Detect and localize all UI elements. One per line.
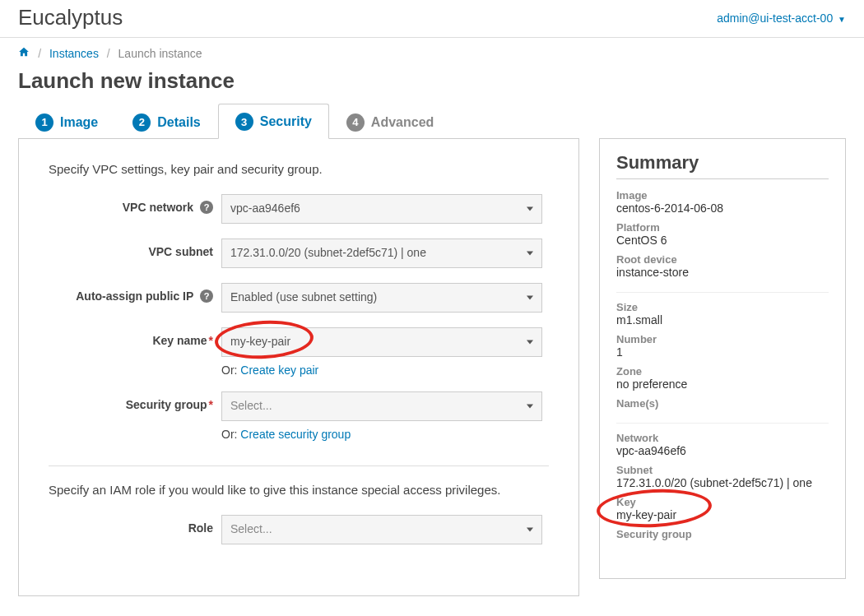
or-create-sg: Or: Create security group: [221, 428, 542, 441]
breadcrumb-current: Launch instance: [118, 47, 202, 60]
summary-value: CentOS 6: [616, 234, 829, 247]
wizard-tabs: 1 Image 2 Details 3 Security 4 Advanced: [18, 104, 579, 139]
select-value: vpc-aa946ef6: [230, 201, 300, 215]
summary-label: Number: [616, 333, 829, 345]
tab-num: 4: [346, 113, 365, 132]
label-vpc-subnet: VPC subnet: [49, 239, 221, 258]
tab-label: Security: [260, 114, 312, 129]
summary-label: Name(s): [616, 397, 829, 410]
select-placeholder: Select...: [230, 522, 272, 535]
label-auto-ip: Auto-assign public IP ?: [49, 283, 221, 303]
label-role: Role: [49, 515, 221, 535]
section-divider: [49, 465, 549, 466]
tab-label: Details: [157, 115, 200, 130]
breadcrumb: / Instances / Launch instance: [0, 38, 864, 63]
tab-num: 1: [35, 113, 53, 132]
chevron-down-icon: ▼: [838, 15, 846, 24]
breadcrumb-instances[interactable]: Instances: [49, 47, 99, 60]
summary-label: Platform: [616, 221, 829, 234]
summary-label: Subnet: [616, 464, 829, 476]
summary-value: vpc-aa946ef6: [616, 444, 829, 457]
tab-num: 2: [132, 113, 151, 132]
select-vpc-network[interactable]: vpc-aa946ef6: [221, 194, 542, 224]
row-role: Role Select...: [49, 515, 549, 544]
tab-security[interactable]: 3 Security: [218, 104, 329, 139]
tab-num: 3: [235, 113, 253, 131]
required-marker: *: [209, 398, 213, 411]
home-icon[interactable]: [18, 46, 33, 60]
link-create-key-pair[interactable]: Create key pair: [240, 364, 318, 377]
summary-value-key: my-key-pair: [616, 508, 829, 521]
row-auto-ip: Auto-assign public IP ? Enabled (use sub…: [49, 283, 549, 313]
summary-group-image: Imagecentos-6-2014-06-08 PlatformCentOS …: [616, 189, 829, 293]
select-value: 172.31.0.0/20 (subnet-2def5c71) | one: [230, 246, 426, 259]
label-vpc-network: VPC network ?: [49, 194, 221, 214]
select-security-group[interactable]: Select...: [221, 391, 542, 421]
summary-value: 1: [616, 345, 829, 359]
tab-panel-security: Specify VPC settings, key pair and secur…: [18, 139, 579, 596]
page-title: Launch new instance: [0, 63, 864, 104]
row-security-group: Security group* Select... Or: Create sec…: [49, 391, 549, 441]
summary-title: Summary: [616, 152, 829, 179]
or-create-key: Or: Create key pair: [221, 364, 542, 377]
link-create-security-group[interactable]: Create security group: [240, 428, 351, 441]
summary-group-size: Sizem1.small Number1 Zoneno preference N…: [616, 301, 829, 424]
summary-value: centos-6-2014-06-08: [616, 201, 829, 215]
summary-label: Image: [616, 189, 829, 201]
help-icon[interactable]: ?: [200, 201, 213, 214]
account-menu[interactable]: admin@ui-test-acct-00 ▼: [717, 12, 846, 25]
summary-label: Zone: [616, 365, 829, 377]
breadcrumb-sep: /: [107, 47, 110, 60]
tab-label: Advanced: [371, 115, 434, 130]
select-placeholder: Select...: [230, 399, 272, 412]
tab-details[interactable]: 2 Details: [115, 104, 217, 139]
select-vpc-subnet[interactable]: 172.31.0.0/20 (subnet-2def5c71) | one: [221, 239, 542, 268]
select-key-name[interactable]: my-key-pair: [221, 327, 542, 357]
summary-value: 172.31.0.0/20 (subnet-2def5c71) | one: [616, 476, 829, 489]
row-vpc-subnet: VPC subnet 172.31.0.0/20 (subnet-2def5c7…: [49, 239, 549, 268]
section-intro-iam: Specify an IAM role if you would like to…: [49, 483, 549, 497]
select-auto-ip[interactable]: Enabled (use subnet setting): [221, 283, 542, 313]
tab-advanced[interactable]: 4 Advanced: [329, 104, 451, 139]
label-security-group: Security group*: [49, 391, 221, 411]
tab-label: Image: [60, 115, 98, 130]
select-value: my-key-pair: [230, 335, 290, 348]
summary-label: Size: [616, 301, 829, 313]
summary-label: Security group: [616, 528, 829, 540]
breadcrumb-sep: /: [38, 47, 41, 60]
section-intro: Specify VPC settings, key pair and secur…: [49, 162, 549, 176]
select-role[interactable]: Select...: [221, 515, 542, 544]
help-icon[interactable]: ?: [200, 289, 213, 303]
summary-group-network: Networkvpc-aa946ef6 Subnet172.31.0.0/20 …: [616, 432, 829, 553]
top-bar: Eucalyptus admin@ui-test-acct-00 ▼: [0, 0, 864, 38]
summary-value: instance-store: [616, 266, 829, 279]
tab-image[interactable]: 1 Image: [18, 104, 115, 139]
brand-title: Eucalyptus: [18, 5, 123, 30]
summary-value: no preference: [616, 377, 829, 391]
label-key-name: Key name*: [49, 327, 221, 347]
row-vpc-network: VPC network ? vpc-aa946ef6: [49, 194, 549, 224]
row-key-name: Key name* my-key-pair Or: Create key pai…: [49, 327, 549, 377]
required-marker: *: [209, 334, 213, 347]
summary-label-key: Key: [616, 496, 829, 508]
summary-value: m1.small: [616, 313, 829, 327]
account-label: admin@ui-test-acct-00: [717, 12, 833, 25]
summary-panel: Summary Imagecentos-6-2014-06-08 Platfor…: [599, 138, 846, 579]
summary-label: Root device: [616, 253, 829, 266]
select-value: Enabled (use subnet setting): [230, 290, 377, 303]
summary-label: Network: [616, 432, 829, 444]
